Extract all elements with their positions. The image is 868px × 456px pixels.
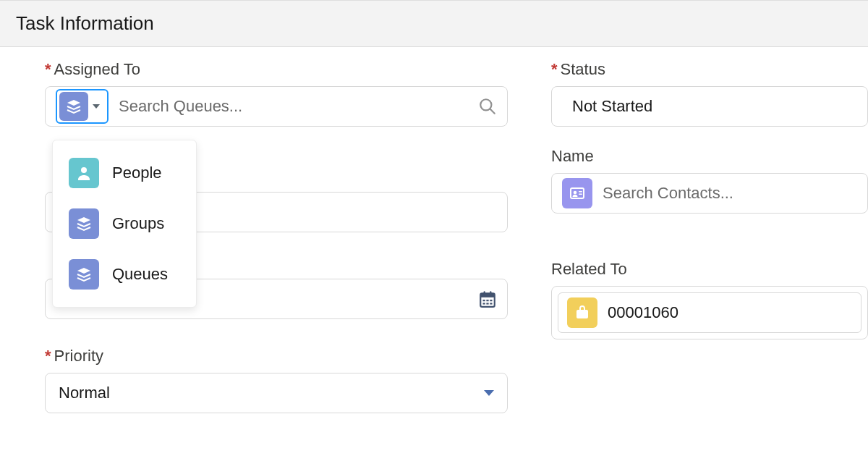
- name-control: [551, 173, 868, 214]
- left-column: Assigned To People: [45, 60, 508, 434]
- right-column: Status Not Started Name Related To: [551, 60, 868, 434]
- people-icon: [69, 158, 99, 188]
- svg-rect-17: [576, 310, 588, 318]
- svg-rect-16: [579, 194, 582, 195]
- name-field: Name: [551, 147, 868, 214]
- status-field: Status Not Started: [551, 60, 868, 127]
- type-option-queues[interactable]: Queues: [53, 249, 196, 300]
- assigned-to-label: Assigned To: [45, 60, 508, 79]
- svg-rect-6: [490, 291, 491, 295]
- form-area: Assigned To People: [0, 47, 868, 434]
- related-to-field: Related To 00001060: [551, 260, 868, 339]
- assigned-to-search-input[interactable]: [119, 97, 468, 116]
- assigned-to-type-menu: People Groups Queues: [52, 140, 197, 308]
- svg-rect-10: [483, 303, 485, 304]
- svg-point-2: [81, 167, 87, 173]
- search-icon: [478, 97, 497, 116]
- priority-field: Priority Normal: [45, 347, 508, 413]
- name-label: Name: [551, 147, 868, 166]
- svg-rect-7: [483, 300, 485, 301]
- related-to-label: Related To: [551, 260, 868, 279]
- priority-select[interactable]: Normal: [45, 373, 508, 413]
- type-option-label: People: [112, 164, 162, 182]
- svg-rect-12: [490, 303, 492, 304]
- svg-rect-15: [579, 191, 582, 193]
- queue-icon: [59, 92, 88, 121]
- priority-value: Normal: [59, 384, 110, 402]
- section-title: Task Information: [16, 12, 852, 35]
- svg-line-1: [490, 109, 495, 114]
- related-to-pill[interactable]: 00001060: [558, 292, 861, 333]
- name-search-input[interactable]: [603, 184, 857, 203]
- groups-icon: [69, 208, 99, 239]
- queues-icon: [69, 259, 99, 290]
- section-header: Task Information: [0, 0, 868, 47]
- chevron-down-icon: [93, 104, 100, 109]
- svg-rect-4: [480, 293, 495, 297]
- status-select[interactable]: Not Started: [551, 86, 868, 127]
- status-value: Not Started: [572, 97, 652, 116]
- case-icon: [567, 297, 597, 328]
- related-to-value: 00001060: [608, 303, 678, 322]
- assigned-to-field: Assigned To: [45, 60, 508, 127]
- calendar-icon: [478, 290, 497, 308]
- type-option-label: Groups: [112, 214, 164, 233]
- svg-rect-8: [486, 300, 488, 301]
- related-to-control: 00001060: [551, 286, 868, 339]
- contact-icon[interactable]: [562, 178, 592, 208]
- status-label: Status: [551, 60, 868, 79]
- priority-label: Priority: [45, 347, 508, 366]
- svg-rect-5: [484, 291, 485, 295]
- type-option-groups[interactable]: Groups: [53, 198, 196, 249]
- svg-rect-9: [490, 300, 492, 301]
- assigned-to-type-selector[interactable]: [56, 89, 109, 124]
- assigned-to-control: [45, 86, 508, 127]
- type-option-label: Queues: [112, 265, 168, 284]
- chevron-down-icon: [484, 390, 494, 396]
- svg-point-14: [574, 191, 577, 195]
- type-option-people[interactable]: People: [53, 148, 196, 198]
- svg-rect-11: [486, 303, 488, 304]
